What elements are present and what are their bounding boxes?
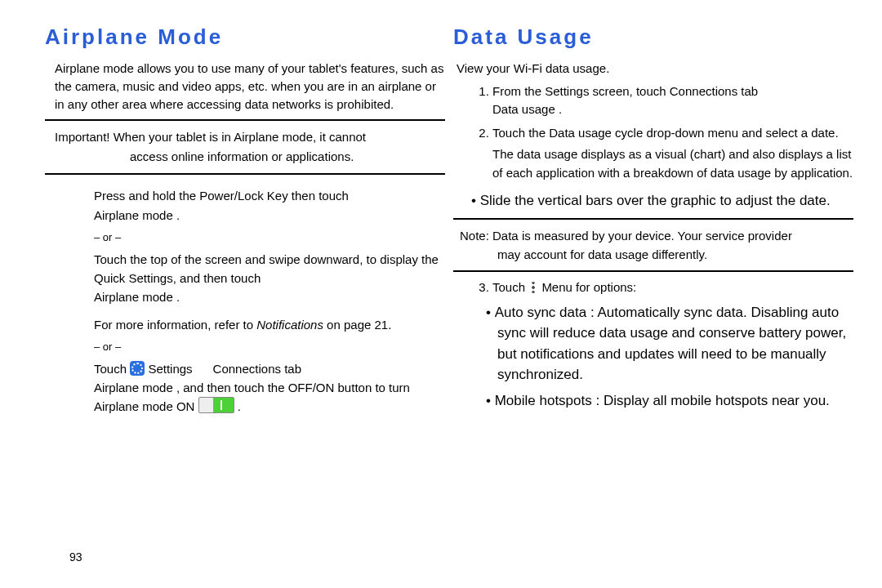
instruction-block-1: Press and hold the Power/Lock Key then t… bbox=[45, 186, 445, 225]
menu-icon bbox=[531, 281, 536, 294]
text: Touch bbox=[492, 280, 528, 294]
data-usage-label: Data usage bbox=[492, 102, 555, 116]
text: . bbox=[176, 208, 180, 222]
rule bbox=[45, 173, 445, 175]
steps-list-cont: Touch Menu for options: bbox=[453, 278, 853, 297]
settings-label: Settings bbox=[545, 84, 589, 98]
text: : Display all mobile hotspots near you. bbox=[596, 393, 830, 408]
important-label: Important! bbox=[55, 130, 114, 144]
notifications-ref: Notifications bbox=[256, 318, 323, 332]
important-text-l2: access online information or application… bbox=[55, 147, 445, 167]
rule bbox=[453, 270, 853, 272]
airplane-mode-label: Airplane mode bbox=[94, 381, 173, 394]
instruction-block-2: Touch the top of the screen and swipe do… bbox=[45, 250, 445, 307]
note-label: Note: bbox=[460, 229, 492, 243]
text: Press and hold the bbox=[94, 189, 199, 203]
mobile-hotspots-label: Mobile hotspots bbox=[495, 393, 592, 408]
data-usage-heading: Data Usage bbox=[453, 24, 853, 50]
or-separator: – or – bbox=[45, 231, 445, 243]
important-text-l1: When your tablet is in Airplane mode, it… bbox=[114, 130, 366, 144]
mobile-hotspots-bullet: Mobile hotspots : Display all mobile hot… bbox=[453, 390, 853, 412]
text: drop-down menu and select a date. bbox=[646, 126, 838, 140]
step-3: Touch Menu for options: bbox=[492, 278, 853, 297]
right-column: Data Usage View your Wi-Fi data usage. F… bbox=[453, 24, 853, 411]
off-on-label: OFF/ON bbox=[288, 381, 335, 394]
toggle-on-icon bbox=[198, 397, 234, 413]
airplane-mode-heading: Airplane Mode bbox=[45, 24, 445, 50]
text: for options: bbox=[576, 280, 636, 294]
manual-page: Airplane Mode Airplane mode allows you t… bbox=[0, 0, 882, 588]
connections-label: Connections bbox=[213, 362, 281, 376]
text: Touch the top of the screen and swipe do… bbox=[94, 252, 439, 285]
page-number: 93 bbox=[69, 550, 82, 564]
note-text-l1: Data is measured by your device. Your se… bbox=[492, 229, 792, 243]
step-1: From the Settings screen, touch Connecti… bbox=[492, 82, 853, 119]
settings-icon bbox=[130, 361, 145, 376]
text: For more information, refer to bbox=[94, 318, 256, 332]
slide-bars-bullet: Slide the vertical bars over the graphic… bbox=[453, 190, 853, 212]
note-text-l2: may account for data usage differently. bbox=[460, 245, 853, 264]
text: From the bbox=[492, 84, 545, 98]
text: tab bbox=[284, 362, 301, 376]
airplane-mode-label: Airplane mode bbox=[94, 290, 173, 304]
left-column: Airplane Mode Airplane mode allows you t… bbox=[45, 24, 445, 416]
connections-label: Connections bbox=[670, 84, 737, 98]
auto-sync-label: Auto sync data bbox=[495, 305, 586, 320]
rule bbox=[453, 218, 853, 220]
settings-label: Settings bbox=[148, 362, 192, 376]
text: . bbox=[559, 102, 562, 116]
data-usage-intro: View your Wi-Fi data usage. bbox=[453, 60, 853, 78]
text: . bbox=[176, 290, 180, 304]
text: . bbox=[238, 399, 241, 413]
text: tab bbox=[741, 84, 758, 98]
text: Touch bbox=[94, 362, 130, 376]
menu-label: Menu bbox=[541, 280, 572, 294]
step-2: Touch the Data usage cycle drop-down men… bbox=[492, 124, 853, 183]
airplane-mode-label: Airplane mode bbox=[94, 208, 173, 222]
note-block: Note: Data is measured by your device. Y… bbox=[453, 226, 853, 265]
data-usage-cycle-label: Data usage cycle bbox=[549, 126, 643, 140]
text: Touch the bbox=[492, 126, 549, 140]
steps-list: From the Settings screen, touch Connecti… bbox=[453, 82, 853, 183]
rule bbox=[45, 119, 445, 121]
auto-sync-bullet: Auto sync data : Automatically sync data… bbox=[453, 302, 853, 385]
text: on page 21. bbox=[327, 318, 391, 332]
text: then touch bbox=[292, 189, 349, 203]
important-note: Important! When your tablet is in Airpla… bbox=[45, 127, 445, 167]
or-separator: – or – bbox=[45, 341, 445, 353]
instruction-block-4: Touch Settings Connections tab Airplane … bbox=[45, 359, 445, 416]
step-2-sub: The data usage displays as a visual (cha… bbox=[492, 145, 853, 182]
text: screen, touch bbox=[593, 84, 670, 98]
power-lock-key-label: Power/Lock Key bbox=[199, 189, 287, 203]
airplane-intro: Airplane mode allows you to use many of … bbox=[45, 60, 445, 113]
instruction-block-3: For more information, refer to Notificat… bbox=[45, 315, 445, 334]
text: , and then touch the bbox=[176, 381, 288, 394]
